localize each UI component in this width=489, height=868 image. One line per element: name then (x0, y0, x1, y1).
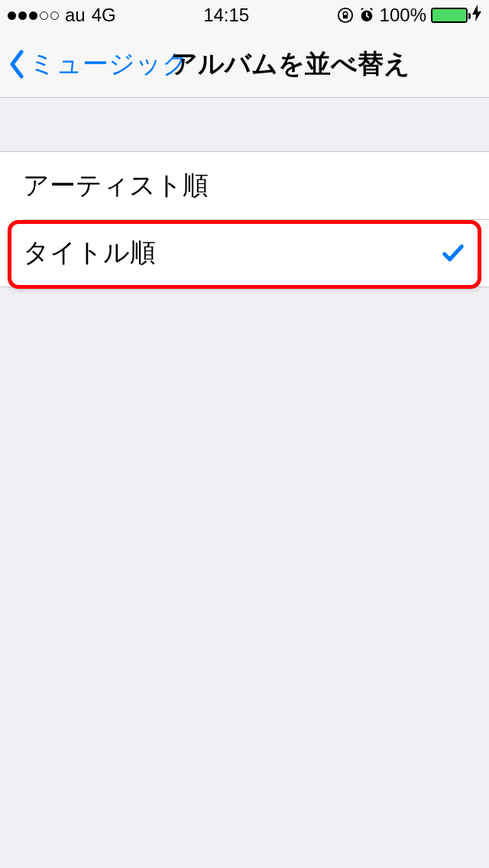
navigation-bar: ミュージック アルバムを並べ替え (0, 31, 489, 98)
battery-percentage: 100% (380, 5, 426, 26)
charging-icon (472, 5, 481, 26)
battery-icon (431, 8, 468, 23)
option-title-order[interactable]: タイトル順 (0, 219, 489, 287)
clock-time: 14:15 (203, 5, 249, 26)
status-bar: au 4G 14:15 100% (0, 0, 489, 31)
svg-rect-1 (342, 15, 347, 19)
option-label: タイトル順 (23, 235, 156, 270)
checkmark-icon (440, 240, 466, 266)
status-right: 100% (337, 5, 481, 26)
back-label: ミュージック (29, 47, 189, 82)
carrier-label: au (65, 5, 86, 26)
option-artist-order[interactable]: アーティスト順 (0, 152, 489, 219)
network-label: 4G (92, 5, 116, 26)
option-label: アーティスト順 (23, 168, 209, 203)
chevron-left-icon (8, 49, 26, 79)
back-button[interactable]: ミュージック (8, 47, 189, 82)
page-title: アルバムを並べ替え (171, 47, 410, 82)
sort-options-list: アーティスト順 タイトル順 (0, 151, 489, 287)
rotation-lock-icon (337, 7, 354, 24)
signal-strength-icon (8, 11, 59, 20)
alarm-icon (358, 7, 375, 24)
status-left: au 4G (8, 5, 116, 26)
